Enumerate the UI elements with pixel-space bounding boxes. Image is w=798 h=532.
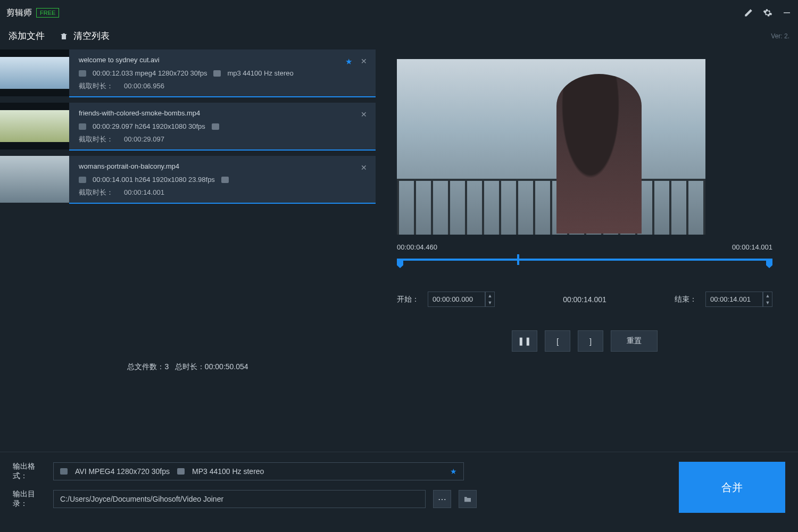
- start-stepper-down[interactable]: ▼: [486, 299, 494, 306]
- cut-value: 00:00:29.097: [124, 135, 164, 143]
- output-dir-value: C:/Users/Joyce/Documents/Gihosoft/Video …: [60, 495, 223, 503]
- star-icon[interactable]: ★: [345, 57, 352, 66]
- audio-icon: [213, 70, 221, 77]
- pause-button[interactable]: ❚❚: [512, 330, 537, 352]
- video-icon: [79, 70, 86, 77]
- clear-list-label: 清空列表: [73, 30, 110, 42]
- close-icon[interactable]: ✕: [361, 110, 367, 119]
- output-format-label: 输出格式：: [13, 462, 46, 481]
- gear-icon[interactable]: [763, 8, 772, 18]
- end-stepper-up[interactable]: ▲: [763, 292, 772, 299]
- file-thumbnail: [0, 156, 69, 203]
- start-time-input[interactable]: 00:00:00.000: [428, 292, 485, 307]
- version-text: Ver: 2.: [771, 32, 789, 40]
- timeline-scrubber[interactable]: [517, 254, 519, 265]
- close-icon[interactable]: ✕: [361, 57, 367, 65]
- audio-icon: [221, 177, 229, 183]
- output-format-field[interactable]: AVI MPEG4 1280x720 30fps MP3 44100 Hz st…: [53, 462, 464, 480]
- app-title: 剪辑师: [6, 7, 32, 19]
- free-badge: FREE: [36, 8, 59, 18]
- clear-list-button[interactable]: 清空列表: [60, 30, 110, 42]
- mark-out-button[interactable]: ]: [578, 330, 603, 352]
- video-meta: 00:00:12.033 mpeg4 1280x720 30fps: [93, 69, 207, 77]
- file-name: friends-with-colored-smoke-bombs.mp4: [79, 109, 366, 117]
- file-thumbnail: [0, 49, 69, 96]
- end-stepper-down[interactable]: ▼: [763, 299, 772, 306]
- totals-text: 总文件数：3 总时长：00:00:50.054: [0, 353, 376, 381]
- audio-icon: [212, 123, 219, 130]
- end-time-input[interactable]: 00:00:14.001: [705, 292, 763, 307]
- folder-icon: [463, 495, 472, 503]
- format-star-icon[interactable]: ★: [450, 467, 457, 476]
- minimize-icon[interactable]: [782, 8, 792, 18]
- video-meta: 00:00:14.001 h264 1920x1080 23.98fps: [93, 176, 215, 184]
- svg-rect-0: [784, 12, 790, 13]
- video-icon: [79, 123, 86, 130]
- file-name: womans-portrait-on-balcony.mp4: [79, 162, 366, 170]
- cut-label: 截取时长：: [79, 188, 113, 196]
- trim-handle-right[interactable]: [766, 261, 772, 268]
- video-meta: 00:00:29.097 h264 1920x1080 30fps: [93, 122, 205, 130]
- mark-in-button[interactable]: [: [545, 330, 570, 352]
- add-file-label: 添加文件: [9, 30, 45, 42]
- audio-meta: mp3 44100 Hz stereo: [227, 69, 293, 77]
- audio-icon: [177, 468, 185, 475]
- timeline-track[interactable]: [397, 254, 772, 267]
- file-thumbnail: [0, 103, 69, 149]
- start-label: 开始：: [397, 295, 419, 304]
- add-file-button[interactable]: 添加文件: [9, 30, 45, 42]
- merge-button[interactable]: 合并: [679, 462, 785, 513]
- timeline-end: 00:00:14.001: [732, 243, 772, 251]
- dir-more-button[interactable]: ⋯: [433, 490, 451, 508]
- file-item[interactable]: welcome to sydney cut.avi 00:00:12.033 m…: [0, 49, 376, 97]
- start-stepper-up[interactable]: ▲: [486, 292, 494, 299]
- video-preview[interactable]: [397, 59, 705, 235]
- browse-folder-button[interactable]: [459, 490, 477, 508]
- cut-value: 00:00:14.001: [124, 188, 164, 196]
- output-audio-format: MP3 44100 Hz stereo: [192, 467, 264, 476]
- timeline-pos: 00:00:04.460: [397, 243, 437, 251]
- file-item[interactable]: friends-with-colored-smoke-bombs.mp4 00:…: [0, 103, 376, 151]
- trash-icon: [60, 32, 68, 40]
- duration-display: 00:00:14.001: [501, 295, 668, 304]
- trim-handle-left[interactable]: [397, 261, 403, 268]
- cut-value: 00:00:06.956: [124, 82, 164, 90]
- output-dir-label: 输出目录：: [13, 489, 46, 509]
- file-name: welcome to sydney cut.avi: [79, 56, 366, 64]
- close-icon[interactable]: ✕: [361, 163, 367, 172]
- video-icon: [79, 177, 86, 183]
- file-item[interactable]: womans-portrait-on-balcony.mp4 00:00:14.…: [0, 156, 376, 204]
- output-video-format: AVI MPEG4 1280x720 30fps: [75, 467, 170, 476]
- output-dir-field[interactable]: C:/Users/Joyce/Documents/Gihosoft/Video …: [53, 490, 426, 508]
- cut-label: 截取时长：: [79, 82, 113, 90]
- end-label: 结束：: [675, 295, 697, 304]
- edit-icon[interactable]: [744, 8, 753, 18]
- video-icon: [60, 468, 68, 475]
- file-list: welcome to sydney cut.avi 00:00:12.033 m…: [0, 49, 376, 204]
- reset-button[interactable]: 重置: [611, 330, 658, 352]
- cut-label: 截取时长：: [79, 135, 113, 143]
